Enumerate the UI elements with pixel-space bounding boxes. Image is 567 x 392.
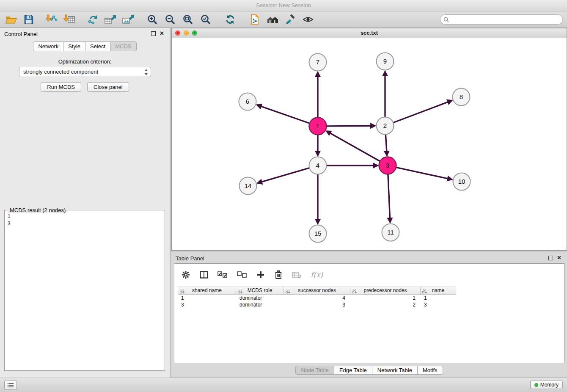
zoom-fit-button[interactable] — [181, 13, 195, 26]
zoom-selected-button[interactable] — [199, 13, 212, 26]
tab-network-table[interactable]: Network Table — [372, 366, 418, 375]
edge-2-8[interactable] — [393, 102, 448, 123]
node-9[interactable]: 9 — [377, 53, 394, 70]
close-window-icon[interactable]: × — [175, 30, 180, 36]
edge-4-14[interactable] — [261, 168, 309, 182]
apply-layout-button[interactable] — [223, 13, 237, 26]
export-image-button[interactable] — [121, 13, 135, 26]
mcds-result-list[interactable]: 13 — [5, 211, 165, 370]
column-header-successor-nodes[interactable]: successor nodes — [284, 287, 350, 295]
edge-3-11[interactable] — [388, 174, 390, 218]
float-panel-icon[interactable] — [151, 31, 156, 36]
table-cell[interactable]: 1 — [178, 295, 236, 301]
export-table-button[interactable] — [103, 13, 117, 26]
node-14[interactable]: 14 — [239, 177, 257, 195]
network-canvas[interactable]: 7968124314101511 — [172, 38, 567, 250]
tab-mcds[interactable]: MCDS — [110, 41, 136, 51]
node-label: 8 — [460, 93, 463, 100]
delete-row-button[interactable] — [274, 270, 283, 279]
tab-style[interactable]: Style — [63, 41, 85, 51]
node-2[interactable]: 2 — [377, 117, 394, 135]
main-toolbar — [0, 11, 567, 28]
table-panel: Table Panel × — [171, 252, 567, 377]
table-cell[interactable]: dominator — [236, 301, 284, 308]
task-history-button[interactable] — [4, 381, 17, 390]
table-cell[interactable]: 2 — [350, 301, 421, 308]
toolbar-search — [440, 14, 563, 25]
table-cell[interactable]: 1 — [350, 295, 421, 301]
criterion-dropdown[interactable]: strongly connected component — [19, 67, 151, 77]
network-document-button[interactable] — [248, 13, 261, 26]
edge-1-6[interactable] — [261, 106, 310, 123]
edge-3-10[interactable] — [396, 167, 448, 179]
edge-2-3[interactable] — [385, 134, 387, 151]
node-10[interactable]: 10 — [453, 173, 471, 190]
node-label: 15 — [314, 230, 322, 237]
search-input[interactable] — [440, 14, 563, 25]
node-6[interactable]: 6 — [239, 93, 256, 110]
tab-motifs[interactable]: Motifs — [417, 366, 443, 375]
export-network-button[interactable] — [85, 13, 99, 26]
first-neighbors-button[interactable] — [266, 13, 279, 26]
column-type-icon — [286, 289, 290, 293]
optimization-criterion-label: Optimization criterion: — [0, 58, 170, 65]
minimize-window-icon[interactable]: − — [184, 30, 189, 36]
node-4[interactable]: 4 — [309, 157, 327, 174]
table-cell[interactable]: 1 — [421, 295, 456, 301]
open-session-button[interactable] — [4, 13, 18, 26]
table-cell[interactable]: 4 — [284, 295, 350, 301]
node-7[interactable]: 7 — [309, 54, 327, 71]
split-view-button[interactable] — [200, 271, 208, 279]
node-8[interactable]: 8 — [453, 88, 470, 106]
column-header-MCDS-role[interactable]: MCDS role — [236, 287, 284, 295]
table-cell[interactable]: 3 — [284, 301, 350, 308]
run-mcds-button[interactable]: Run MCDS — [41, 82, 81, 92]
table-cell[interactable]: 3 — [421, 301, 456, 308]
table-row[interactable]: 3dominator323 — [178, 301, 456, 308]
column-header-predecessor-nodes[interactable]: predecessor nodes — [350, 287, 421, 295]
memory-status-dot — [534, 383, 538, 387]
zoom-in-button[interactable] — [146, 13, 159, 26]
select-all-button[interactable] — [217, 271, 228, 278]
node-label: 11 — [387, 229, 394, 236]
node-label: 10 — [458, 178, 465, 185]
network-graph[interactable]: 7968124314101511 — [172, 38, 567, 250]
maximize-window-icon[interactable]: + — [192, 30, 197, 36]
node-1[interactable]: 1 — [309, 118, 327, 135]
table-settings-button[interactable] — [181, 270, 190, 279]
save-session-button[interactable] — [22, 13, 36, 26]
delete-table-button[interactable] — [292, 271, 301, 278]
edge-3-1[interactable] — [330, 133, 380, 161]
tab-network[interactable]: Network — [33, 41, 63, 51]
unselect-all-button[interactable] — [237, 271, 247, 278]
add-row-button[interactable] — [256, 271, 265, 279]
import-table-button[interactable] — [63, 13, 76, 26]
edge-1-2[interactable] — [326, 126, 371, 126]
show-hide-button[interactable] — [301, 13, 315, 26]
content-area: Control Panel × NetworkStyleSelectMCDS O… — [0, 28, 567, 378]
zoom-out-button[interactable] — [163, 13, 177, 26]
node-15[interactable]: 15 — [309, 225, 327, 243]
close-panel-icon[interactable]: × — [557, 255, 561, 260]
table-cell[interactable]: 3 — [178, 301, 236, 308]
import-table-icon — [63, 14, 75, 25]
tab-edge-table[interactable]: Edge Table — [334, 366, 372, 375]
plus-icon — [256, 271, 265, 279]
column-header-shared-name[interactable]: shared name — [178, 287, 236, 295]
column-header-name[interactable]: name — [421, 287, 456, 295]
node-11[interactable]: 11 — [382, 224, 399, 241]
style-brush-button[interactable] — [284, 13, 297, 26]
list-icon — [7, 383, 14, 388]
tab-node-table[interactable]: Node Table — [295, 366, 334, 375]
node-3[interactable]: 3 — [379, 157, 396, 174]
float-panel-icon[interactable] — [548, 256, 553, 260]
memory-button[interactable]: Memory — [530, 381, 563, 389]
close-panel-button[interactable]: Close panel — [87, 82, 129, 92]
import-network-button[interactable] — [45, 13, 58, 26]
function-builder-button[interactable]: f(x) — [311, 271, 323, 279]
table-row[interactable]: 1dominator411 — [178, 295, 456, 301]
close-panel-icon[interactable]: × — [160, 31, 164, 36]
tab-select[interactable]: Select — [85, 41, 110, 51]
node-label: 2 — [383, 122, 387, 129]
table-cell[interactable]: dominator — [236, 295, 284, 301]
